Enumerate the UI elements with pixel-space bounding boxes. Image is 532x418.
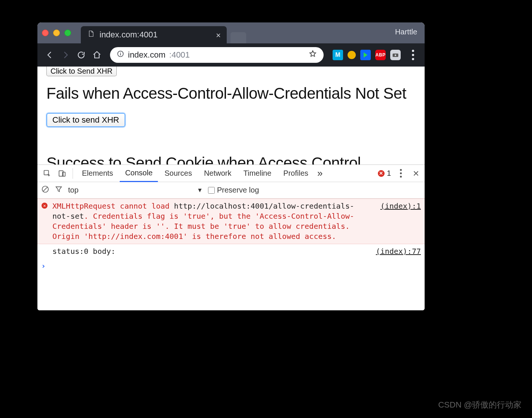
xhr-button-focused[interactable]: Click to send XHR bbox=[46, 113, 125, 127]
tabs-overflow-button[interactable]: » bbox=[315, 167, 325, 179]
error-source-link[interactable]: (index):1 bbox=[375, 201, 421, 211]
close-window-button[interactable] bbox=[42, 30, 49, 36]
error-badge[interactable]: ✕ 1 bbox=[378, 169, 391, 178]
devtools-close-button[interactable]: × bbox=[410, 167, 422, 179]
browser-window: index.com:4001 × Harttle bbox=[37, 22, 425, 310]
tab-profiles[interactable]: Profiles bbox=[278, 165, 314, 181]
titlebar: index.com:4001 × Harttle bbox=[37, 22, 425, 43]
extension-abp-icon[interactable]: ABP bbox=[375, 50, 386, 60]
error-count: 1 bbox=[387, 169, 391, 178]
extension-m-icon[interactable]: M bbox=[333, 50, 343, 60]
log-source-link[interactable]: (index):77 bbox=[371, 246, 421, 256]
tab-elements[interactable]: Elements bbox=[77, 165, 118, 181]
extension-yellow-dot-icon[interactable] bbox=[348, 51, 356, 59]
close-tab-button[interactable]: × bbox=[216, 31, 221, 40]
context-label: top bbox=[68, 186, 79, 194]
svg-line-9 bbox=[43, 187, 48, 191]
extension-play-icon[interactable] bbox=[360, 50, 371, 60]
preserve-log-toggle[interactable]: Preserve log bbox=[208, 186, 259, 194]
extension-icons: M ABP bbox=[333, 50, 401, 60]
devtools-tabbar: Elements Console Sources Network Timelin… bbox=[37, 165, 425, 182]
console-prompt[interactable]: › bbox=[37, 259, 425, 271]
address-bar[interactable]: index.com:4001 bbox=[110, 47, 324, 63]
tab-title: index.com:4001 bbox=[100, 30, 158, 40]
new-tab-button[interactable] bbox=[230, 32, 246, 43]
inspect-element-icon[interactable] bbox=[40, 167, 54, 180]
tab-console[interactable]: Console bbox=[120, 165, 158, 182]
page-heading-2-partial: Success to Send Cookie when Access Contr… bbox=[46, 154, 416, 165]
error-message: XMLHttpRequest cannot load http://localh… bbox=[52, 201, 371, 242]
clear-console-icon[interactable] bbox=[41, 185, 49, 195]
error-icon: ✕ bbox=[42, 203, 48, 209]
page-icon bbox=[88, 30, 94, 40]
back-button[interactable] bbox=[43, 49, 56, 61]
devtools-panel: Elements Console Sources Network Timelin… bbox=[37, 165, 425, 310]
navbar: index.com:4001 M ABP bbox=[37, 43, 425, 67]
separator bbox=[73, 168, 73, 179]
browser-menu-button[interactable] bbox=[407, 50, 419, 60]
browser-tab[interactable]: index.com:4001 × bbox=[81, 26, 227, 43]
console-toolbar: top ▼ Preserve log bbox=[37, 182, 425, 199]
device-toolbar-icon[interactable] bbox=[55, 167, 69, 180]
preserve-log-checkbox[interactable] bbox=[208, 187, 215, 194]
url-port: :4001 bbox=[169, 50, 190, 60]
reload-button[interactable] bbox=[75, 49, 88, 61]
console-output: ✕ XMLHttpRequest cannot load http://loca… bbox=[37, 199, 425, 310]
svg-point-2 bbox=[120, 52, 121, 53]
bookmark-star-icon[interactable] bbox=[309, 50, 317, 60]
devtools-menu-button[interactable] bbox=[396, 169, 405, 178]
profile-name[interactable]: Harttle bbox=[395, 28, 417, 36]
window-controls bbox=[42, 30, 71, 36]
extension-camera-icon[interactable] bbox=[390, 50, 401, 60]
xhr-button-top[interactable]: Click to Send XHR bbox=[46, 67, 117, 76]
site-info-icon[interactable] bbox=[117, 50, 124, 60]
preserve-log-label: Preserve log bbox=[217, 186, 259, 194]
home-button[interactable] bbox=[91, 49, 103, 61]
page-heading-1: Fails when Access-Control-Allow-Credenti… bbox=[46, 84, 416, 102]
minimize-window-button[interactable] bbox=[53, 30, 60, 36]
url-host: index.com bbox=[128, 50, 165, 60]
svg-point-4 bbox=[395, 55, 397, 56]
error-dot-icon: ✕ bbox=[378, 170, 385, 177]
watermark: CSDN @骄傲的行动家 bbox=[438, 399, 522, 411]
log-message: status:0 body: bbox=[52, 246, 366, 256]
context-selector[interactable]: top ▼ bbox=[68, 186, 203, 194]
page-viewport: Click to Send XHR Fails when Access-Cont… bbox=[37, 67, 425, 165]
tab-network[interactable]: Network bbox=[199, 165, 236, 181]
tab-sources[interactable]: Sources bbox=[159, 165, 197, 181]
forward-button[interactable] bbox=[59, 49, 72, 61]
console-error-row: ✕ XMLHttpRequest cannot load http://loca… bbox=[37, 199, 425, 244]
maximize-window-button[interactable] bbox=[64, 30, 71, 36]
console-log-row: status:0 body: (index):77 bbox=[37, 244, 425, 259]
filter-icon[interactable] bbox=[55, 185, 63, 195]
tab-timeline[interactable]: Timeline bbox=[238, 165, 277, 181]
chevron-down-icon: ▼ bbox=[197, 187, 203, 194]
